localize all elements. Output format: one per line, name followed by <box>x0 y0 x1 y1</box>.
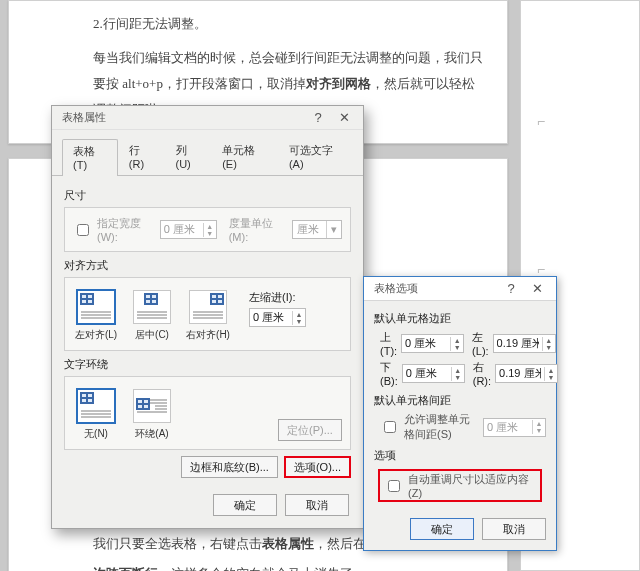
align-left-option[interactable]: 左对齐(L) <box>73 290 119 342</box>
doc-text: ，然后在 <box>314 536 366 551</box>
right-label: 右(R): <box>473 360 491 387</box>
option-label: 无(N) <box>84 427 108 441</box>
close-icon: ✕ <box>532 281 543 296</box>
wrap-panel: 无(N) 环绕(A) 定位(P)... <box>64 376 351 450</box>
option-label: 居中(C) <box>135 328 169 342</box>
checkbox[interactable] <box>384 421 396 433</box>
table-options-dialog: 表格选项 ? ✕ 默认单元格边距 上(T): ▲▼ 左(L): ▲▼ 下(B):… <box>363 276 557 551</box>
spin-down-icon[interactable]: ▼ <box>293 318 305 325</box>
right-input[interactable] <box>496 365 544 382</box>
spin-down-icon: ▼ <box>533 427 545 434</box>
spin-down-icon[interactable]: ▼ <box>545 374 557 381</box>
checkbox[interactable] <box>77 224 89 236</box>
align-label: 对齐方式 <box>64 258 351 273</box>
indent-label: 左缩进(I): <box>249 290 306 305</box>
align-left-icon <box>77 290 115 324</box>
autosize-checkbox[interactable]: 自动重调尺寸以适应内容(Z) <box>378 469 542 502</box>
align-right-option[interactable]: 右对齐(H) <box>185 290 231 342</box>
select-value: 厘米 <box>297 222 319 237</box>
checkbox[interactable] <box>388 480 400 492</box>
top-label: 上(T): <box>380 330 397 357</box>
help-button[interactable]: ? <box>305 109 331 127</box>
spin-down-icon[interactable]: ▼ <box>452 374 464 381</box>
dialog-title: 表格选项 <box>374 281 498 296</box>
wrap-around-option[interactable]: 环绕(A) <box>129 389 175 441</box>
close-button[interactable]: ✕ <box>331 109 357 127</box>
top-input[interactable] <box>402 335 450 352</box>
crop-mark-icon: ⌐ <box>537 261 545 277</box>
tab-col[interactable]: 列(U) <box>165 138 212 175</box>
chevron-down-icon: ▾ <box>326 221 341 238</box>
spin-up-icon[interactable]: ▲ <box>293 311 305 318</box>
tab-label: 单元格(E) <box>222 144 255 170</box>
doc-text: 要按 alt+o+p，打开段落窗口，取消掉 <box>93 76 306 91</box>
option-label: 环绕(A) <box>135 427 168 441</box>
size-panel: 指定宽度(W): ▲▼ 度量单位(M): 厘米▾ <box>64 207 351 252</box>
cancel-button[interactable]: 取消 <box>482 518 546 540</box>
crop-mark-icon: ⌐ <box>537 113 545 129</box>
close-button[interactable]: ✕ <box>524 280 550 298</box>
bottom-input[interactable] <box>403 365 451 382</box>
checkbox-label: 允许调整单元格间距(S) <box>404 412 479 442</box>
position-button: 定位(P)... <box>278 419 342 441</box>
ok-button[interactable]: 确定 <box>213 494 277 516</box>
wrap-around-icon <box>133 389 171 423</box>
spacing-input <box>484 419 532 436</box>
close-icon: ✕ <box>339 110 350 125</box>
indent-input[interactable] <box>250 309 292 326</box>
tab-alt[interactable]: 可选文字(A) <box>278 138 355 175</box>
pref-width-checkbox[interactable]: 指定宽度(W): <box>73 216 154 243</box>
dialog-titlebar[interactable]: 表格选项 ? ✕ <box>364 277 556 301</box>
align-right-icon <box>189 290 227 324</box>
tab-label: 可选文字(A) <box>289 144 333 170</box>
bottom-spinner[interactable]: ▲▼ <box>402 364 465 383</box>
help-button[interactable]: ? <box>498 280 524 298</box>
top-spinner[interactable]: ▲▼ <box>401 334 464 353</box>
measure-select[interactable]: 厘米▾ <box>292 220 342 239</box>
doc-bold: 许跨页断行 <box>93 566 158 571</box>
wrap-label: 文字环绕 <box>64 357 351 372</box>
wrap-none-option[interactable]: 无(N) <box>73 389 119 441</box>
options-label: 选项 <box>374 448 546 463</box>
spin-down-icon[interactable]: ▼ <box>543 344 555 351</box>
width-spinner[interactable]: ▲▼ <box>160 220 217 239</box>
right-spinner[interactable]: ▲▼ <box>495 364 558 383</box>
doc-paragraph: 许跨页断行，这样多余的空白就会马上消失了。 <box>93 561 507 571</box>
spin-down-icon[interactable]: ▼ <box>204 230 216 237</box>
dialog-titlebar[interactable]: 表格属性 ? ✕ <box>52 106 363 130</box>
spin-up-icon[interactable]: ▲ <box>543 337 555 344</box>
border-shading-button[interactable]: 边框和底纹(B)... <box>181 456 278 478</box>
doc-text: ，然后就可以轻松 <box>371 76 475 91</box>
spacing-spinner: ▲▼ <box>483 418 546 437</box>
cancel-button[interactable]: 取消 <box>285 494 349 516</box>
spin-down-icon[interactable]: ▼ <box>451 344 463 351</box>
tab-label: 列(U) <box>176 144 191 170</box>
spin-up-icon: ▲ <box>533 420 545 427</box>
wrap-none-icon <box>77 389 115 423</box>
spin-up-icon[interactable]: ▲ <box>451 337 463 344</box>
tab-row[interactable]: 行(R) <box>118 138 165 175</box>
options-button[interactable]: 选项(O)... <box>284 456 351 478</box>
tabs: 表格(T) 行(R) 列(U) 单元格(E) 可选文字(A) <box>52 130 363 176</box>
spacing-checkbox[interactable]: 允许调整单元格间距(S) <box>380 412 479 442</box>
align-center-option[interactable]: 居中(C) <box>129 290 175 342</box>
tab-table[interactable]: 表格(T) <box>62 139 118 176</box>
checkbox-label: 指定宽度(W): <box>97 216 154 243</box>
left-spinner[interactable]: ▲▼ <box>493 334 556 353</box>
left-input[interactable] <box>494 335 542 352</box>
tab-cell[interactable]: 单元格(E) <box>211 138 278 175</box>
option-label: 右对齐(H) <box>186 328 230 342</box>
margins-label: 默认单元格边距 <box>374 311 546 326</box>
spin-up-icon[interactable]: ▲ <box>452 367 464 374</box>
align-center-icon <box>133 290 171 324</box>
dialog-title: 表格属性 <box>62 110 305 125</box>
option-label: 左对齐(L) <box>75 328 117 342</box>
spin-up-icon[interactable]: ▲ <box>545 367 557 374</box>
align-panel: 左对齐(L) 居中(C) 右对齐(H) 左缩进(I): ▲▼ <box>64 277 351 351</box>
doc-bold: 表格属性 <box>262 536 314 551</box>
width-input[interactable] <box>161 221 203 238</box>
tab-label: 表格(T) <box>73 145 95 171</box>
indent-spinner[interactable]: ▲▼ <box>249 308 306 327</box>
spin-up-icon[interactable]: ▲ <box>204 223 216 230</box>
ok-button[interactable]: 确定 <box>410 518 474 540</box>
